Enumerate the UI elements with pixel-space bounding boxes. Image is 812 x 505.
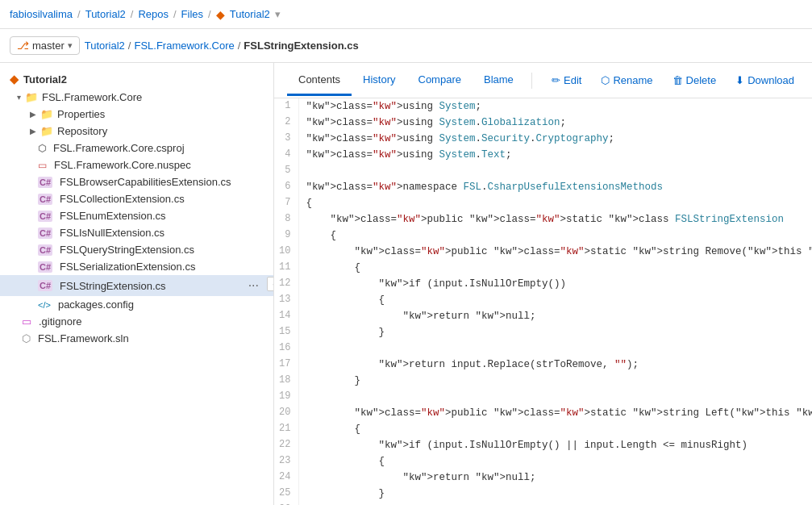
table-row: 24 "kw">return "kw">null;: [274, 470, 812, 486]
table-row: 2 "kw">class="kw">using System.Globaliza…: [274, 115, 812, 131]
breadcrumb-current-file: FSLStringExtension.cs: [244, 40, 358, 52]
sidebar-item-csproj[interactable]: ⬡ FSL.Framework.Core.csproj: [0, 140, 273, 157]
breadcrumb-folder-link[interactable]: FSL.Framework.Core: [134, 40, 234, 52]
line-number: 14: [274, 308, 299, 324]
topbar-repo-link[interactable]: Tutorial2: [85, 8, 126, 20]
line-number: 18: [274, 373, 299, 389]
edit-icon: ✏: [552, 74, 560, 86]
table-row: 14 "kw">return "kw">null;: [274, 308, 812, 324]
cs-file-icon: C#: [38, 227, 52, 239]
tree-item-label: packages.config: [55, 298, 134, 311]
line-code: {: [299, 453, 812, 470]
line-code: [299, 163, 812, 179]
table-row: 19: [274, 389, 812, 405]
tree-item-label: FSLQueryStringExtension.cs: [56, 244, 194, 256]
line-number: 16: [274, 340, 299, 357]
table-row: 6 "kw">class="kw">namespace FSL.CsharpUs…: [274, 179, 812, 195]
line-code: "kw">class="kw">using System.Security.Cr…: [299, 131, 812, 147]
rename-button[interactable]: ⬡ Rename: [596, 71, 657, 90]
folder-icon: 📁: [40, 125, 53, 137]
tab-contents[interactable]: Contents: [287, 65, 352, 96]
cs-file-icon: C#: [38, 244, 52, 256]
line-code: "kw">class="kw">using System.Globalizati…: [299, 115, 812, 131]
tree-item-label: FSLStringExtension.cs: [56, 280, 166, 292]
line-code: {: [299, 421, 812, 437]
sidebar-item-serial-ext[interactable]: C# FSLSerializationExtension.cs: [0, 258, 273, 275]
line-code: "kw">class="kw">public "kw">class="kw">s…: [299, 244, 812, 260]
table-row: 23 {: [274, 453, 812, 470]
topbar-user-link[interactable]: fabiosilvalima: [10, 8, 73, 20]
tab-blame[interactable]: Blame: [473, 65, 525, 96]
line-code: "kw">class="kw">using System;: [299, 98, 812, 115]
tabs-bar: Contents History Compare Blame ✏ Edit ⬡ …: [274, 63, 812, 98]
line-code: }: [299, 486, 812, 502]
tab-history[interactable]: History: [352, 65, 406, 96]
sidebar-item-fsl-framework-core[interactable]: ▾ 📁 FSL.Framework.Core: [0, 89, 273, 106]
code-area[interactable]: 1 "kw">class="kw">using System; 2 "kw">c…: [274, 98, 812, 505]
download-button[interactable]: ⬇ Download: [731, 71, 799, 90]
topbar-repo-icon: ◆: [216, 8, 225, 21]
line-code: [299, 502, 812, 505]
breadcrumb-sep1: /: [128, 40, 131, 52]
line-code: "kw">return "kw">null;: [299, 470, 812, 486]
topbar-current-link[interactable]: Tutorial2: [230, 8, 270, 20]
tree-item-label: .gitignore: [35, 315, 81, 328]
sidebar-item-sln[interactable]: ⬡ FSL.Framework.sln: [0, 330, 273, 347]
line-code: [299, 340, 812, 357]
line-number: 8: [274, 211, 299, 227]
branch-selector[interactable]: ⎇ master ▾: [10, 36, 80, 55]
line-code: "kw">if (input.IsNullOrEmpty()): [299, 276, 812, 292]
sidebar-item-properties[interactable]: ▶ 📁 Properties: [0, 106, 273, 123]
sidebar-item-nuspec[interactable]: ▭ FSL.Framework.Core.nuspec: [0, 157, 273, 173]
topbar-sep3: /: [173, 8, 177, 20]
topbar-sep4: /: [208, 8, 211, 20]
sidebar-item-gitignore[interactable]: ▭ .gitignore: [0, 313, 273, 330]
topbar-sep1: /: [77, 8, 81, 20]
topbar-repos-link[interactable]: Repos: [138, 8, 169, 20]
tab-compare[interactable]: Compare: [407, 65, 473, 96]
table-row: 11 {: [274, 260, 812, 276]
line-number: 24: [274, 470, 299, 486]
more-options-btn[interactable]: ···: [244, 278, 264, 294]
folder-chevron: ▶: [30, 127, 36, 136]
sidebar-item-query-ext[interactable]: C# FSLQueryStringExtension.cs: [0, 241, 273, 258]
download-label: Download: [747, 74, 794, 86]
gitignore-file-icon: ▭: [22, 315, 31, 328]
tree-item-label: FSL.Framework.Core.nuspec: [51, 159, 191, 171]
table-row: 26: [274, 502, 812, 505]
line-number: 15: [274, 324, 299, 340]
line-number: 26: [274, 502, 299, 505]
line-number: 10: [274, 244, 299, 260]
tab-actions: ✏ Edit ⬡ Rename 🗑 Delete ⬇ Download: [547, 71, 799, 90]
edit-button[interactable]: ✏ Edit: [547, 71, 586, 90]
line-number: 11: [274, 260, 299, 276]
line-number: 5: [274, 163, 299, 179]
cs-file-icon: C#: [38, 194, 52, 205]
sidebar-item-collection-ext[interactable]: C# FSLCollectionExtension.cs: [0, 190, 273, 207]
breadcrumb-repo-link[interactable]: Tutorial2: [85, 40, 125, 52]
line-code: "kw">class="kw">public "kw">class="kw">s…: [299, 405, 812, 421]
topbar-files-link[interactable]: Files: [181, 8, 203, 20]
line-code: "kw">return "kw">null;: [299, 308, 812, 324]
csproj-file-icon: ⬡: [38, 143, 46, 154]
line-code: "kw">class="kw">namespace FSL.CsharpUsef…: [299, 179, 812, 195]
sidebar-collapse-btn[interactable]: ‹: [267, 277, 274, 291]
line-number: 9: [274, 227, 299, 244]
sidebar-item-repository[interactable]: ▶ 📁 Repository: [0, 123, 273, 140]
tree-item-label: FSL.Framework.Core.csproj: [50, 142, 185, 154]
delete-button[interactable]: 🗑 Delete: [668, 71, 722, 90]
sidebar-item-enum-ext[interactable]: C# FSLEnumExtension.cs: [0, 207, 273, 224]
line-code: "kw">class="kw">public "kw">class="kw">s…: [299, 211, 812, 227]
sidebar-item-packages[interactable]: </> packages.config: [0, 296, 273, 313]
breadcrumb-topbar: fabiosilvalima / Tutorial2 / Repos / Fil…: [0, 0, 812, 29]
tree-item-label: FSL.Framework.sln: [35, 332, 129, 344]
cs-file-icon: C#: [38, 211, 52, 222]
nuspec-file-icon: ▭: [38, 160, 47, 171]
sidebar-item-isnull-ext[interactable]: C# FSLIsNullExtension.cs: [0, 224, 273, 241]
table-row: 22 "kw">if (input.IsNullOrEmpty() || inp…: [274, 437, 812, 453]
branch-icon: ⎇: [17, 40, 29, 52]
sidebar-item-browser-ext[interactable]: C# FSLBrowserCapabilitiesExtension.cs: [0, 173, 273, 190]
sidebar-item-string-ext[interactable]: C# FSLStringExtension.cs ···: [0, 275, 273, 296]
tab-history-label: History: [363, 73, 395, 86]
xml-file-icon: </>: [38, 300, 51, 310]
